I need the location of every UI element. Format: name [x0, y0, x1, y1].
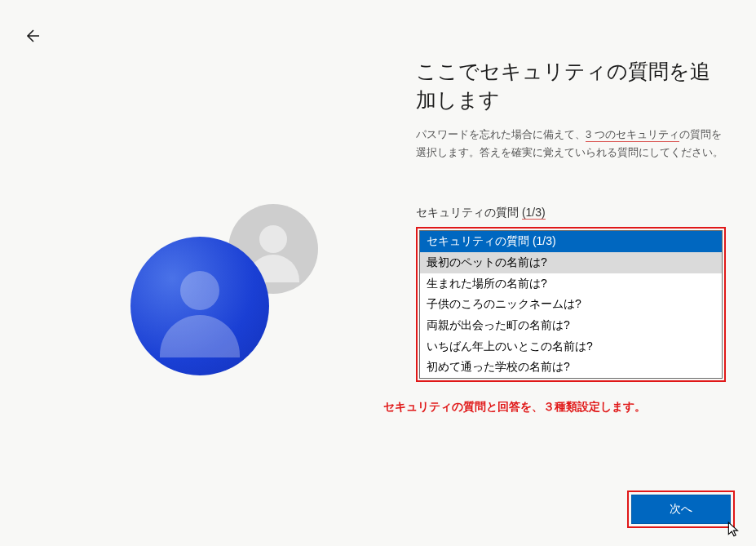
dropdown-option-4[interactable]: 両親が出会った町の名前は? — [420, 315, 722, 336]
dropdown-option-5[interactable]: いちばん年上のいとこの名前は? — [420, 336, 722, 357]
avatar-illustration — [130, 204, 326, 400]
dropdown-option-3[interactable]: 子供のころのニックネームは? — [420, 294, 722, 315]
dropdown-option-placeholder[interactable]: セキュリティの質問 (1/3) — [420, 231, 722, 252]
next-button[interactable]: 次へ — [631, 495, 731, 524]
back-button[interactable] — [23, 26, 42, 46]
next-button-highlight-box: 次へ — [627, 491, 735, 528]
description-underlined: 3 つのセキュリティ — [586, 128, 679, 142]
dropdown-option-2[interactable]: 生まれた場所の名前は? — [420, 273, 722, 295]
page-description: パスワードを忘れた場合に備えて、3 つのセキュリティの質問を選択します。答えを確… — [416, 126, 726, 162]
annotation-text: セキュリティの質問と回答を、３種類設定します。 — [383, 400, 726, 415]
security-question-dropdown[interactable]: セキュリティの質問 (1/3) 最初のペットの名前は? 生まれた場所の名前は? … — [419, 230, 723, 379]
description-before: パスワードを忘れた場合に備えて、 — [416, 128, 586, 140]
question-label: セキュリティの質問 (1/3) — [416, 206, 726, 220]
avatar-front-icon — [130, 237, 269, 375]
page-title: ここでセキュリティの質問を追加します — [416, 57, 726, 114]
question-label-text: セキュリティの質問 — [416, 206, 522, 219]
dropdown-highlight-box: セキュリティの質問 (1/3) 最初のペットの名前は? 生まれた場所の名前は? … — [416, 227, 726, 382]
dropdown-option-6[interactable]: 初めて通った学校の名前は? — [420, 357, 722, 378]
next-button-label: 次へ — [670, 502, 692, 517]
dropdown-option-1[interactable]: 最初のペットの名前は? — [420, 252, 722, 273]
question-fraction: (1/3) — [522, 206, 546, 220]
